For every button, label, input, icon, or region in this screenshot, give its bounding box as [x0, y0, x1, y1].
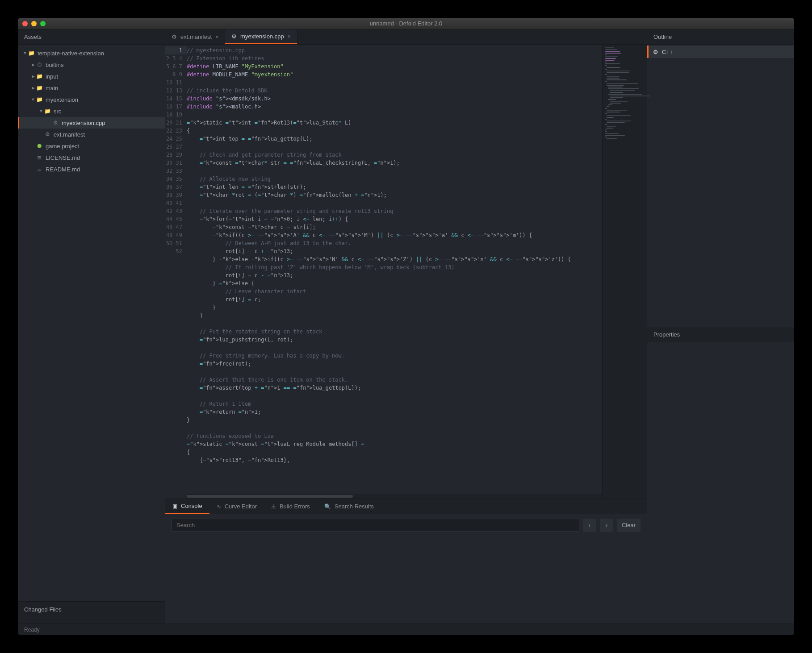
cog-icon: ⚙ [231, 33, 237, 40]
bottom-tab[interactable]: ∿Curve Editor [209, 499, 264, 514]
bottom-tab-label: Build Errors [280, 503, 310, 510]
cog-icon: ⚙ [172, 33, 177, 40]
outline-item-label: C++ [662, 49, 673, 55]
window-title: unnamed - Defold Editor 2.0 [18, 20, 794, 27]
tree-item[interactable]: ▼📁myextension [18, 94, 165, 105]
folder-icon: 📁 [36, 73, 43, 79]
tree-item[interactable]: ▼📁src [18, 105, 165, 117]
minimap[interactable] [602, 45, 647, 499]
tree-arrow-icon[interactable]: ▶ [30, 86, 36, 90]
bottom-tab-label: Curve Editor [225, 503, 257, 510]
tab-label: ext.manifest [180, 33, 212, 40]
folder-icon: 📁 [36, 96, 43, 103]
tab-close-icon[interactable]: × [288, 33, 291, 40]
tree-item-root[interactable]: ▼📁template-native-extension [18, 47, 165, 59]
bottom-tab[interactable]: 🔍Search Results [317, 499, 381, 514]
builtins-icon: ⌬ [36, 62, 43, 68]
changed-files-panel-header: Changed Files [18, 601, 165, 624]
tree-item[interactable]: ▶📁main [18, 82, 165, 94]
assets-panel-header: Assets [18, 29, 165, 45]
titlebar: unnamed - Defold Editor 2.0 [18, 18, 794, 29]
cog-icon: ⚙ [653, 49, 658, 55]
doc-icon: ≣ [36, 166, 43, 172]
cog-icon: ⚙ [44, 131, 51, 137]
app-window: unnamed - Defold Editor 2.0 Assets ▼📁tem… [18, 18, 794, 635]
bottom-tab-icon: ▣ [172, 503, 177, 509]
folder-icon: 📁 [36, 85, 43, 91]
tree-item-label: src [54, 108, 61, 115]
tree-item[interactable]: ⬢game.project [18, 140, 165, 152]
line-gutter: 1 2 3 4 5 6 7 8 9 10 11 12 13 14 15 16 1… [165, 45, 187, 499]
outline-item-cpp[interactable]: ⚙ C++ [647, 46, 794, 58]
tree-arrow-icon[interactable]: ▼ [38, 109, 44, 113]
bottom-tab-label: Console [181, 503, 202, 509]
bottom-tabs: ▣Console∿Curve Editor⚠Build Errors🔍Searc… [165, 499, 647, 514]
console-clear-button[interactable]: Clear [617, 519, 640, 532]
editor-tab[interactable]: ⚙myextension.cpp× [225, 29, 297, 44]
tab-close-icon[interactable]: × [215, 34, 218, 40]
tree-item-label: LICENSE.md [46, 154, 80, 161]
tree-item-label: main [46, 85, 58, 92]
tree-item[interactable]: ⚙ext.manifest [18, 129, 165, 140]
tab-label: myextension.cpp [240, 33, 284, 40]
bottom-tab[interactable]: ⚠Build Errors [264, 499, 317, 514]
bottom-panel: ▣Console∿Curve Editor⚠Build Errors🔍Searc… [165, 499, 647, 624]
console-prev-button[interactable]: ‹ [583, 519, 596, 532]
tree-arrow-icon[interactable]: ▶ [30, 62, 36, 67]
console-next-button[interactable]: › [600, 519, 613, 532]
tree-item-label: ext.manifest [54, 131, 85, 138]
bottom-tab-icon: 🔍 [324, 503, 331, 510]
right-sidebar: Outline ⚙ C++ Properties [647, 29, 794, 624]
bottom-tab[interactable]: ▣Console [165, 499, 209, 514]
tree-item-label: myextension.cpp [62, 120, 105, 126]
bottom-tab-icon: ⚠ [271, 503, 276, 510]
tree-item-label: builtins [46, 62, 63, 68]
bottom-tab-label: Search Results [335, 503, 374, 510]
tree-arrow-icon[interactable]: ▼ [30, 97, 36, 102]
folder-icon: 📁 [44, 108, 51, 114]
editor-tab[interactable]: ⚙ext.manifest× [165, 29, 225, 44]
tree-item[interactable]: ▶📁input [18, 71, 165, 82]
center-area: ⚙ext.manifest×⚙myextension.cpp× 1 2 3 4 … [165, 29, 647, 624]
horizontal-scrollbar-thumb[interactable] [187, 495, 353, 498]
tree-item-label: myextension [46, 96, 78, 103]
code-area[interactable]: // myextension.cpp // Extension lib defi… [187, 45, 602, 499]
tree-arrow-icon[interactable]: ▶ [30, 74, 36, 79]
android-icon: ⬢ [36, 143, 43, 149]
cog-icon: ⚙ [52, 120, 59, 126]
left-sidebar: Assets ▼📁template-native-extension▶⌬buil… [18, 29, 165, 624]
tree-item-label: README.md [46, 166, 80, 173]
asset-tree[interactable]: ▼📁template-native-extension▶⌬builtins▶📁i… [18, 45, 165, 601]
outline-panel-header: Outline [647, 29, 794, 45]
console-search-input[interactable] [172, 519, 579, 532]
console-controls: ‹ › Clear [165, 514, 647, 536]
doc-icon: ≣ [36, 154, 43, 161]
horizontal-scrollbar[interactable] [187, 494, 602, 499]
tree-item-label: game.project [46, 143, 79, 150]
tree-item[interactable]: ≣README.md [18, 163, 165, 175]
bottom-tab-icon: ∿ [217, 503, 221, 510]
status-text: Ready [24, 627, 40, 633]
editor: 1 2 3 4 5 6 7 8 9 10 11 12 13 14 15 16 1… [165, 45, 647, 499]
properties-panel-header: Properties [647, 327, 794, 342]
tree-item[interactable]: ≣LICENSE.md [18, 152, 165, 163]
editor-tabs: ⚙ext.manifest×⚙myextension.cpp× [165, 29, 647, 45]
tree-item[interactable]: ⚙myextension.cpp [18, 117, 165, 129]
tree-item[interactable]: ▶⌬builtins [18, 59, 165, 71]
tree-item-label: input [46, 73, 58, 80]
statusbar: Ready [18, 624, 794, 635]
